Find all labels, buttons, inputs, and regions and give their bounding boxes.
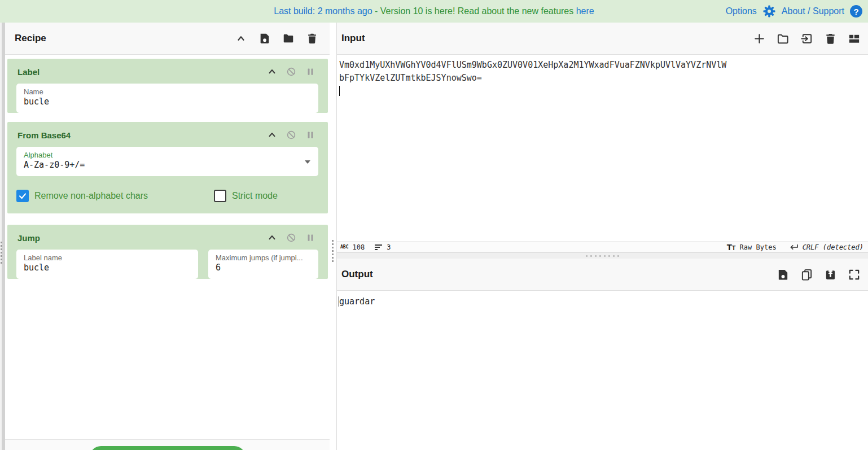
disable-op-icon[interactable] [286, 67, 296, 77]
input-line: Vm0xd1MyUXhVWGhYV0d4VFlUSm9WbGx0ZUV0V01X… [339, 59, 865, 72]
arg-label: Alphabet [24, 151, 311, 159]
char-count: 108 [352, 243, 365, 251]
chevron-down-icon[interactable] [305, 160, 310, 164]
eol-selector[interactable]: CRLF (detected) [789, 243, 863, 251]
output-title: Output [341, 269, 373, 280]
eol-value: CRLF (detected) [803, 243, 863, 251]
input-header: Input [337, 23, 868, 55]
output-header: Output [337, 259, 868, 291]
strict-mode-checkbox[interactable] [214, 190, 226, 202]
arg-value[interactable]: A-Za-z0-9+/= [24, 159, 311, 171]
options-link[interactable]: Options [726, 6, 757, 16]
open-folder-icon[interactable] [777, 32, 790, 45]
remove-non-alphabet-checkbox[interactable] [16, 190, 29, 202]
load-recipe-folder-icon[interactable] [282, 32, 295, 45]
arg-value[interactable]: bucle [24, 262, 191, 274]
recipe-io-splitter[interactable] [330, 23, 336, 450]
arg-max-jumps-field[interactable]: Maximum jumps (if jumpi... 6 [208, 250, 318, 279]
arg-label-name-field[interactable]: Label name bucle [16, 250, 198, 279]
recipe-io-splitter-handle[interactable] [332, 240, 334, 262]
operation-name: From Base64 [17, 130, 71, 140]
text-cursor [339, 86, 340, 96]
breakpoint-pause-icon[interactable] [305, 233, 315, 243]
bake-button[interactable] [90, 446, 246, 450]
checkbox-label: Remove non-alphabet chars [34, 191, 148, 201]
clear-recipe-trash-icon[interactable] [306, 32, 318, 45]
text-encoding-icon: TT [727, 242, 736, 252]
gear-icon[interactable] [762, 5, 776, 18]
operation-label[interactable]: Label Name bucle [7, 59, 328, 113]
recipe-header: Recipe [5, 23, 330, 55]
reset-layout-icon[interactable] [848, 32, 861, 45]
operation-from-base64[interactable]: From Base64 Alphabet A-Za-z0-9+/= [7, 122, 328, 213]
input-title: Input [341, 33, 365, 44]
operation-name: Label [17, 67, 40, 77]
disable-op-icon[interactable] [286, 130, 296, 140]
operation-jump[interactable]: Jump Label name bucle Maximum jumps (if … [7, 225, 328, 279]
io-pane: Input [336, 23, 868, 450]
input-output-splitter[interactable] [337, 253, 868, 259]
about-support-link[interactable]: About / Support [782, 6, 844, 16]
input-textarea[interactable]: Vm0xd1MyUXhVWGhYV0d4VFlUSm9WbGx0ZUV0V01X… [337, 55, 868, 241]
arg-value[interactable]: bucle [24, 96, 311, 108]
disable-op-icon[interactable] [286, 233, 296, 243]
top-banner: Last build: 2 months ago - Version 10 is… [0, 0, 868, 23]
output-textarea: guardar [337, 291, 868, 450]
clear-io-trash-icon[interactable] [824, 32, 837, 45]
arg-label: Label name [24, 254, 191, 262]
output-text: guardar [339, 296, 375, 307]
recipe-title: Recipe [15, 33, 46, 44]
arg-value[interactable]: 6 [216, 262, 311, 274]
character-encoding-selector[interactable]: TT Raw Bytes [727, 242, 777, 252]
save-recipe-icon[interactable] [258, 32, 271, 45]
breakpoint-pause-icon[interactable] [305, 130, 315, 140]
recipe-pane: Recipe [5, 23, 330, 450]
arg-label: Maximum jumps (if jumpi... [216, 254, 311, 262]
copy-output-icon[interactable] [800, 268, 813, 281]
replace-input-with-output-icon[interactable] [824, 268, 837, 281]
input-line: bFpTYkVZelZUTmtkbEJSYnowSwo= [339, 72, 865, 85]
checkbox-label: Strict mode [232, 191, 278, 201]
add-input-tab-icon[interactable] [753, 32, 766, 45]
arg-label: Name [24, 88, 311, 96]
collapse-op-icon[interactable] [267, 233, 277, 243]
char-count-icon: ABC [340, 244, 348, 250]
arg-alphabet-select[interactable]: Alphabet A-Za-z0-9+/= [16, 147, 318, 176]
line-count: 3 [387, 243, 391, 251]
question-icon[interactable]: ? [850, 5, 862, 18]
version-announcement: - Version 10 is here! Read about the new… [372, 6, 576, 16]
operation-name: Jump [17, 233, 40, 243]
arg-name-field[interactable]: Name bucle [16, 84, 318, 113]
maximize-output-icon[interactable] [848, 268, 861, 281]
last-build-link[interactable]: Last build: 2 months ago [274, 6, 372, 16]
line-count-icon [375, 244, 382, 250]
recipe-footer [5, 439, 330, 450]
here-link[interactable]: here [576, 6, 594, 16]
collapse-op-icon[interactable] [267, 130, 277, 140]
chevron-up-icon[interactable] [235, 32, 247, 45]
carriage-return-icon [789, 243, 799, 251]
operations-pane-splitter[interactable] [0, 23, 5, 450]
input-status-bar: ABC 108 3 TT Raw Bytes [337, 241, 868, 253]
collapse-op-icon[interactable] [267, 67, 277, 77]
operations-splitter-handle[interactable] [1, 242, 2, 264]
open-file-as-input-icon[interactable] [800, 32, 813, 45]
encoding-value: Raw Bytes [740, 243, 777, 251]
operations-splitter-bar[interactable] [2, 23, 5, 450]
save-output-icon[interactable] [777, 268, 790, 281]
breakpoint-pause-icon[interactable] [305, 67, 315, 77]
recipe-operation-list: Label Name bucle From Base64 [5, 55, 330, 439]
